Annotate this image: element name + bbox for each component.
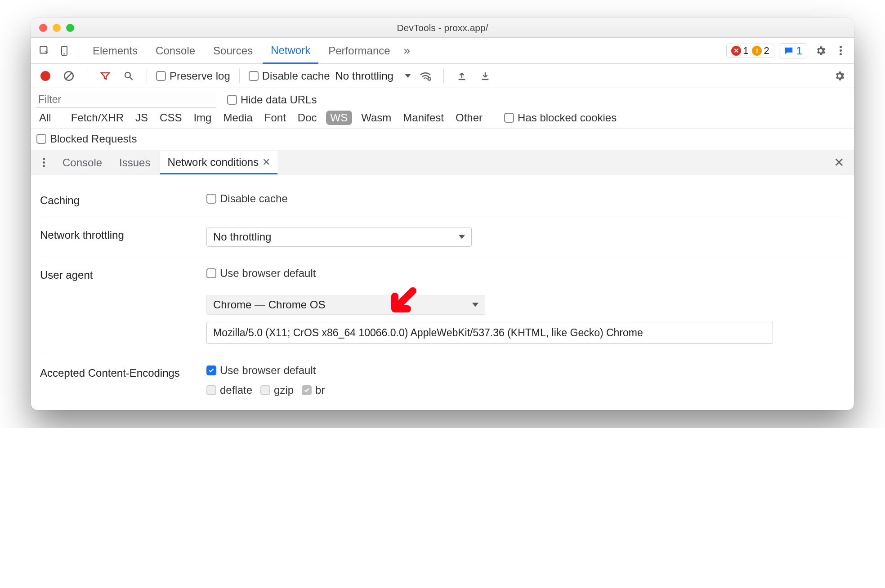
blocked-requests-checkbox[interactable]: Blocked Requests	[36, 133, 137, 145]
enc-deflate-checkbox[interactable]: deflate	[206, 384, 252, 396]
separator	[79, 44, 79, 58]
chip-fetchxhr[interactable]: Fetch/XHR	[68, 111, 126, 125]
caching-row: Caching Disable cache	[40, 183, 845, 217]
settings-icon[interactable]	[812, 42, 830, 60]
enc-default-checkbox[interactable]: Use browser default	[206, 364, 316, 377]
chip-doc[interactable]: Doc	[295, 111, 320, 125]
inspect-icon[interactable]	[36, 42, 54, 60]
search-icon[interactable]	[120, 67, 138, 85]
throttling-row: Network throttling No throttling	[40, 217, 845, 257]
drawer-tab-issues[interactable]: Issues	[112, 151, 157, 174]
svg-line-6	[130, 77, 133, 80]
chip-css[interactable]: CSS	[157, 111, 184, 125]
chip-media[interactable]: Media	[220, 111, 255, 125]
drawer-tab-network-conditions[interactable]: Network conditions ✕	[160, 151, 277, 174]
main-tab-strip: Elements Console Sources Network Perform…	[31, 38, 854, 64]
drawer-tab-console[interactable]: Console	[55, 151, 109, 174]
issues-counter[interactable]: 1	[779, 43, 807, 58]
throttling-dropdown[interactable]: No throttling	[206, 227, 472, 247]
preserve-log-checkbox[interactable]: Preserve log	[156, 70, 230, 82]
ua-default-checkbox[interactable]: Use browser default	[206, 267, 316, 280]
user-agent-row: User agent Use browser default Chrome — …	[40, 257, 845, 354]
chip-js[interactable]: JS	[133, 111, 151, 125]
drawer-tab-strip: Console Issues Network conditions ✕ ✕	[31, 151, 854, 174]
enc-gzip-checkbox[interactable]: gzip	[260, 384, 294, 396]
filter-row: Hide data URLs	[31, 88, 854, 108]
encodings-options: deflate gzip br	[206, 384, 325, 396]
ua-string-input[interactable]	[206, 322, 773, 344]
chip-all[interactable]: All	[36, 111, 54, 125]
user-agent-label: User agent	[40, 267, 206, 281]
error-count: ✕1	[731, 45, 748, 57]
tab-console[interactable]: Console	[148, 38, 203, 64]
svg-rect-9	[482, 79, 489, 80]
record-button[interactable]	[36, 67, 54, 85]
filter-icon[interactable]	[96, 67, 114, 85]
device-toolbar-icon[interactable]	[55, 42, 73, 60]
caching-disable-checkbox[interactable]: Disable cache	[206, 192, 288, 205]
chip-manifest[interactable]: Manifest	[400, 111, 447, 125]
network-settings-icon[interactable]	[831, 67, 849, 85]
network-toolbar: Preserve log Disable cache No throttling	[31, 64, 854, 88]
tab-network[interactable]: Network	[263, 38, 318, 64]
network-conditions-icon[interactable]	[416, 67, 434, 85]
warning-count: !2	[752, 45, 769, 57]
separator	[87, 69, 87, 83]
encodings-row: Accepted Content-Encodings Use browser d…	[40, 354, 845, 396]
type-filter-chips: All Fetch/XHR JS CSS Img Media Font Doc …	[31, 108, 854, 129]
close-tab-icon[interactable]: ✕	[262, 156, 270, 168]
console-counters[interactable]: ✕1 !2	[726, 44, 774, 58]
has-blocked-cookies-checkbox[interactable]: Has blocked cookies	[504, 111, 617, 124]
chip-img[interactable]: Img	[191, 111, 214, 125]
chip-ws[interactable]: WS	[326, 111, 353, 125]
disable-cache-checkbox[interactable]: Disable cache	[249, 70, 330, 82]
svg-point-5	[125, 72, 130, 78]
caching-label: Caching	[40, 192, 206, 207]
chip-font[interactable]: Font	[262, 111, 289, 125]
devtools-window: DevTools - proxx.app/ Elements Console S…	[31, 18, 854, 410]
svg-line-4	[65, 72, 72, 79]
tab-sources[interactable]: Sources	[205, 38, 261, 64]
clear-icon[interactable]	[60, 67, 78, 85]
titlebar: DevTools - proxx.app/	[31, 18, 854, 38]
enc-br-checkbox[interactable]: br	[302, 384, 325, 396]
ua-dropdown[interactable]: Chrome — Chrome OS	[206, 295, 485, 315]
svg-rect-8	[459, 79, 465, 80]
network-conditions-panel: Caching Disable cache Network throttling…	[31, 174, 854, 410]
tabs-overflow-button[interactable]: »	[400, 38, 414, 64]
separator	[147, 69, 147, 83]
tab-performance[interactable]: Performance	[320, 38, 398, 64]
drawer-more-icon[interactable]	[35, 154, 53, 172]
svg-point-7	[428, 77, 431, 80]
chip-wasm[interactable]: Wasm	[358, 111, 394, 125]
throttling-label: Network throttling	[40, 227, 206, 241]
chip-other[interactable]: Other	[453, 111, 485, 125]
blocked-requests-row: Blocked Requests	[31, 129, 854, 151]
filter-input[interactable]	[36, 92, 216, 108]
encodings-label: Accepted Content-Encodings	[40, 364, 206, 380]
throttling-select[interactable]: No throttling	[335, 70, 411, 82]
export-har-icon[interactable]	[476, 67, 494, 85]
hide-data-urls-checkbox[interactable]: Hide data URLs	[227, 94, 317, 106]
tab-elements[interactable]: Elements	[85, 38, 146, 64]
drawer-close-icon[interactable]: ✕	[827, 155, 850, 170]
window-title: DevTools - proxx.app/	[31, 22, 854, 33]
annotation-arrow-icon	[382, 285, 418, 321]
separator	[443, 69, 444, 83]
separator	[239, 69, 240, 83]
import-har-icon[interactable]	[453, 67, 471, 85]
more-icon[interactable]	[831, 42, 849, 60]
